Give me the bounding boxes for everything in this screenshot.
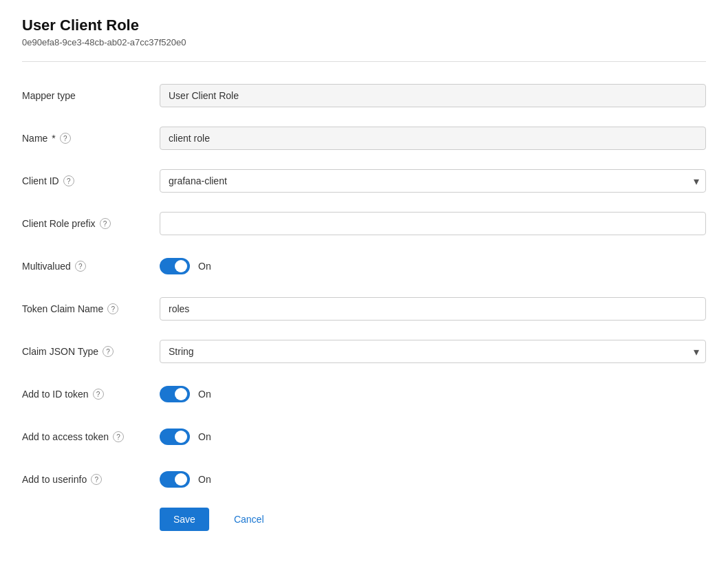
add-to-access-token-row: Add to access token ? On bbox=[22, 422, 706, 451]
button-row: Save Cancel bbox=[22, 508, 706, 531]
client-id-select-wrapper: grafana-client ▾ bbox=[160, 169, 706, 193]
claim-json-type-control: String long int boolean JSON ▾ bbox=[160, 340, 706, 363]
multivalued-slider bbox=[160, 258, 190, 274]
multivalued-control: On bbox=[160, 258, 706, 274]
page-subtitle: 0e90efa8-9ce3-48cb-ab02-a7cc37f520e0 bbox=[22, 37, 706, 47]
add-to-access-token-toggle[interactable] bbox=[160, 429, 190, 445]
name-row: Name * ? bbox=[22, 124, 706, 153]
multivalued-row: Multivalued ? On bbox=[22, 252, 706, 281]
client-role-prefix-control bbox=[160, 212, 706, 235]
multivalued-help-icon[interactable]: ? bbox=[75, 261, 86, 272]
multivalued-label: Multivalued ? bbox=[22, 261, 160, 272]
add-to-access-token-help-icon[interactable]: ? bbox=[113, 431, 124, 442]
add-to-userinfo-on-label: On bbox=[198, 474, 211, 485]
name-control bbox=[160, 127, 706, 150]
save-button[interactable]: Save bbox=[160, 508, 209, 531]
client-id-select[interactable]: grafana-client bbox=[160, 169, 706, 193]
add-to-access-token-slider bbox=[160, 429, 190, 445]
multivalued-toggle-group: On bbox=[160, 258, 706, 274]
client-id-control: grafana-client ▾ bbox=[160, 169, 706, 193]
claim-json-type-row: Claim JSON Type ? String long int boolea… bbox=[22, 337, 706, 366]
add-to-id-token-label: Add to ID token ? bbox=[22, 389, 160, 400]
client-role-prefix-input[interactable] bbox=[160, 212, 706, 235]
add-to-id-token-help-icon[interactable]: ? bbox=[93, 389, 104, 400]
add-to-userinfo-control: On bbox=[160, 471, 706, 488]
mapper-type-input[interactable] bbox=[160, 84, 706, 107]
name-input[interactable] bbox=[160, 127, 706, 150]
add-to-id-token-toggle-group: On bbox=[160, 386, 706, 402]
token-claim-name-input[interactable] bbox=[160, 297, 706, 321]
mapper-type-row: Mapper type bbox=[22, 81, 706, 110]
add-to-access-token-control: On bbox=[160, 429, 706, 445]
client-role-prefix-row: Client Role prefix ? bbox=[22, 209, 706, 238]
claim-json-type-select-wrapper: String long int boolean JSON ▾ bbox=[160, 340, 706, 363]
add-to-userinfo-slider bbox=[160, 471, 190, 488]
token-claim-name-row: Token Claim Name ? bbox=[22, 294, 706, 323]
mapper-type-label: Mapper type bbox=[22, 90, 160, 101]
cancel-button[interactable]: Cancel bbox=[220, 508, 278, 531]
add-to-id-token-on-label: On bbox=[198, 389, 211, 400]
add-to-id-token-row: Add to ID token ? On bbox=[22, 380, 706, 409]
client-role-prefix-help-icon[interactable]: ? bbox=[100, 218, 111, 229]
client-role-prefix-label: Client Role prefix ? bbox=[22, 218, 160, 229]
add-to-userinfo-toggle-group: On bbox=[160, 471, 706, 488]
client-id-label: Client ID ? bbox=[22, 175, 160, 186]
mapper-type-control bbox=[160, 84, 706, 107]
multivalued-on-label: On bbox=[198, 261, 211, 272]
add-to-access-token-on-label: On bbox=[198, 431, 211, 442]
add-to-id-token-toggle[interactable] bbox=[160, 386, 190, 402]
multivalued-toggle[interactable] bbox=[160, 258, 190, 274]
add-to-id-token-slider bbox=[160, 386, 190, 402]
token-claim-name-control bbox=[160, 297, 706, 321]
token-claim-name-help-icon[interactable]: ? bbox=[107, 303, 118, 314]
claim-json-type-label: Claim JSON Type ? bbox=[22, 346, 160, 357]
add-to-access-token-label: Add to access token ? bbox=[22, 431, 160, 442]
add-to-userinfo-toggle[interactable] bbox=[160, 471, 190, 488]
token-claim-name-label: Token Claim Name ? bbox=[22, 303, 160, 314]
add-to-id-token-control: On bbox=[160, 386, 706, 402]
add-to-userinfo-label: Add to userinfo ? bbox=[22, 474, 160, 485]
claim-json-type-select[interactable]: String long int boolean JSON bbox=[160, 340, 706, 363]
add-to-userinfo-row: Add to userinfo ? On bbox=[22, 465, 706, 494]
claim-json-type-help-icon[interactable]: ? bbox=[103, 346, 114, 357]
add-to-access-token-toggle-group: On bbox=[160, 429, 706, 445]
client-id-help-icon[interactable]: ? bbox=[63, 175, 74, 186]
page-title: User Client Role bbox=[22, 17, 706, 34]
name-label: Name * ? bbox=[22, 133, 160, 144]
client-id-row: Client ID ? grafana-client ▾ bbox=[22, 166, 706, 195]
name-help-icon[interactable]: ? bbox=[60, 133, 71, 144]
add-to-userinfo-help-icon[interactable]: ? bbox=[91, 474, 102, 485]
divider bbox=[22, 61, 706, 62]
